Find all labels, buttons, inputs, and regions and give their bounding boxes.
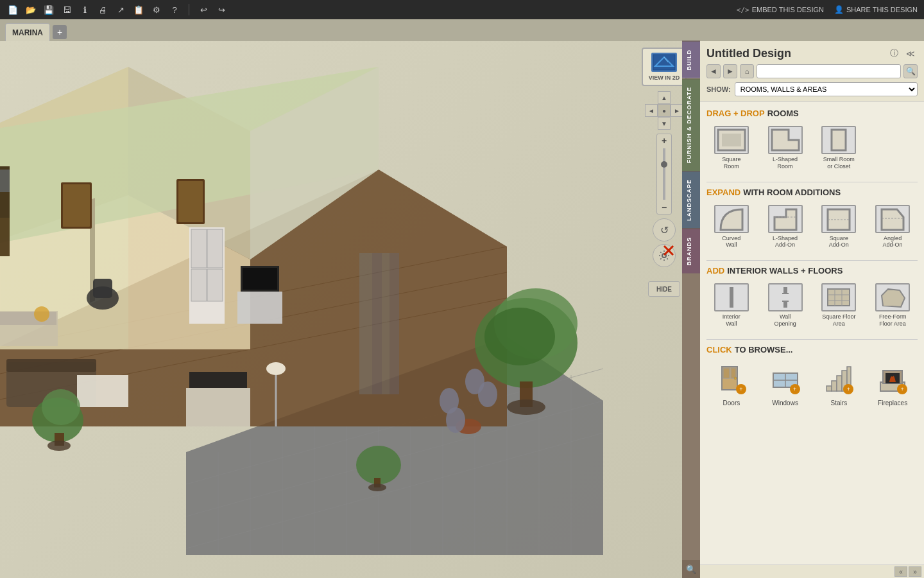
pan-right-button[interactable]: ►	[671, 104, 683, 117]
view-2d-button[interactable]: VIEW IN 2D	[642, 48, 687, 86]
empty-cell	[671, 117, 683, 130]
settings-icon[interactable]: ⚙	[150, 3, 163, 16]
square-addon-item[interactable]: Square Add-On	[814, 202, 864, 252]
add-tab-button[interactable]: +	[53, 25, 67, 39]
pan-center-button[interactable]: ●	[658, 104, 671, 117]
windows-browse-item[interactable]: + Windows	[760, 360, 810, 409]
info-panel-icon[interactable]: ⓘ	[887, 46, 901, 60]
zoom-in-button[interactable]: +	[656, 134, 672, 147]
help-icon[interactable]: ?	[168, 3, 181, 16]
lshaped-room-icon	[768, 126, 803, 154]
furnish-tab[interactable]: FURNISH & DECORATE	[682, 78, 700, 171]
panel-title-row: Untitled Design ⓘ ≪	[706, 46, 918, 60]
view-2d-icon	[651, 53, 677, 72]
svg-rect-47	[6, 359, 96, 372]
save-icon[interactable]: 💾	[42, 3, 55, 16]
room-illustration	[0, 60, 603, 561]
brands-tab[interactable]: BRANDS	[682, 229, 700, 274]
interior-section-title: ADD INTERIOR WALLS + FLOORS	[706, 266, 918, 276]
svg-rect-31	[178, 181, 203, 222]
angled-addon-item[interactable]: Angled Add-On	[868, 202, 918, 252]
open-icon[interactable]: 📂	[24, 3, 37, 16]
svg-point-52	[266, 362, 286, 375]
undo-icon[interactable]: ↩	[197, 3, 210, 16]
redo-icon[interactable]: ↪	[215, 3, 228, 16]
svg-rect-40	[207, 229, 223, 268]
svg-point-55	[34, 306, 49, 322]
browse-grid: + Doors + Windows	[706, 360, 918, 409]
freeform-floor-item[interactable]: Free-Form Floor Area	[868, 281, 918, 330]
collapse-down-button[interactable]: »	[909, 566, 921, 577]
svg-rect-59	[389, 253, 399, 394]
windows-badge: +	[790, 384, 800, 394]
pan-down-button[interactable]: ▼	[658, 117, 671, 130]
drag-drop-section-title: DRAG + DROP ROOMS	[706, 109, 918, 118]
curved-wall-item[interactable]: Curved Wall	[706, 202, 757, 252]
canvas-area[interactable]: VIEW IN 2D ▲ ◄ ● ► ▼ + − ↺	[0, 41, 699, 578]
small-room-item[interactable]: Small Room or Closet	[814, 123, 864, 173]
collapse-up-button[interactable]: «	[894, 566, 907, 577]
square-room-item[interactable]: Square Room	[706, 123, 757, 173]
print-icon[interactable]: 🖨	[96, 3, 109, 16]
square-floor-item[interactable]: Square Floor Area	[814, 281, 864, 330]
share-button[interactable]: 👤 SHARE THIS DESIGN	[834, 5, 918, 14]
new-file-icon[interactable]: 📄	[6, 3, 19, 16]
lshaped-addon-item[interactable]: L-Shaped Add-On	[760, 202, 810, 252]
svg-rect-48	[77, 375, 128, 407]
svg-point-63	[47, 441, 71, 451]
svg-rect-34	[0, 170, 10, 192]
stairs-icon: +	[821, 362, 856, 397]
search-button[interactable]: 🔍	[903, 64, 918, 78]
fireplaces-browse-item[interactable]: + Fireplaces	[868, 360, 918, 409]
search-input[interactable]	[757, 64, 901, 78]
fireplaces-icon: +	[875, 362, 910, 397]
info-icon[interactable]: ℹ	[78, 3, 91, 16]
lshaped-room-item[interactable]: L-Shaped Room	[760, 123, 810, 173]
browse-section-title: CLICK TO BROWSE...	[706, 345, 918, 355]
pan-left-button[interactable]: ◄	[645, 104, 658, 117]
export-icon[interactable]: ↗	[114, 3, 127, 16]
show-select[interactable]: ROOMS, WALLS & AREAS FLOOR PLAN 3D VIEW	[735, 82, 918, 96]
divider-2	[706, 260, 918, 261]
wall-opening-item[interactable]: Wall Opening	[760, 281, 810, 330]
nav-row: ◄ ► ⌂ 🔍	[706, 64, 918, 78]
svg-rect-103	[731, 368, 736, 378]
landscape-tab[interactable]: LANDSCAPE	[682, 171, 700, 229]
svg-point-72	[465, 369, 484, 394]
svg-point-66	[484, 308, 555, 365]
home-button[interactable]: ⌂	[740, 64, 754, 78]
square-floor-icon	[821, 283, 856, 311]
top-bar: 📄 📂 💾 🖫 ℹ 🖨 ↗ 📋 ⚙ ? ↩ ↪ </> EMBED THIS D…	[0, 0, 924, 19]
tab-bar: MARINA +	[0, 19, 924, 41]
rotate-button[interactable]: ↺	[653, 218, 676, 241]
collapse-panel-icon[interactable]: ≪	[903, 46, 918, 60]
square-room-icon	[714, 126, 749, 154]
navigation-cross: ▲ ◄ ● ► ▼	[645, 91, 683, 130]
stairs-browse-item[interactable]: + Stairs	[814, 360, 864, 409]
show-row: SHOW: ROOMS, WALLS & AREAS FLOOR PLAN 3D…	[706, 82, 918, 96]
zoom-track[interactable]	[663, 148, 665, 200]
lshaped-addon-icon	[768, 205, 803, 233]
empty-cell	[645, 91, 658, 104]
search-side-button[interactable]: 🔍	[682, 560, 700, 578]
side-tab-spacer	[682, 273, 700, 560]
marina-tab[interactable]: MARINA	[5, 23, 50, 41]
svg-rect-56	[359, 253, 372, 394]
save-as-icon[interactable]: 🖫	[60, 3, 73, 16]
hide-button[interactable]: HIDE	[648, 281, 680, 297]
pan-up-button[interactable]: ▲	[658, 91, 671, 104]
share-icon: 👤	[834, 5, 844, 14]
embed-button[interactable]: </> EMBED THIS DESIGN	[737, 6, 824, 14]
interior-wall-item[interactable]: Interior Wall	[706, 281, 757, 330]
publish-icon[interactable]: 📋	[132, 3, 145, 16]
svg-point-76	[368, 484, 386, 491]
doors-browse-item[interactable]: + Doors	[706, 360, 757, 409]
angled-addon-icon	[875, 205, 910, 233]
square-addon-icon	[821, 205, 856, 233]
forward-arrow[interactable]: ►	[723, 64, 737, 78]
main-area: VIEW IN 2D ▲ ◄ ● ► ▼ + − ↺	[0, 41, 924, 578]
panel-content[interactable]: DRAG + DROP ROOMS Square Room	[700, 102, 924, 565]
zoom-out-button[interactable]: −	[656, 201, 672, 214]
back-arrow[interactable]: ◄	[706, 64, 721, 78]
build-tab[interactable]: BUILD	[682, 41, 700, 78]
